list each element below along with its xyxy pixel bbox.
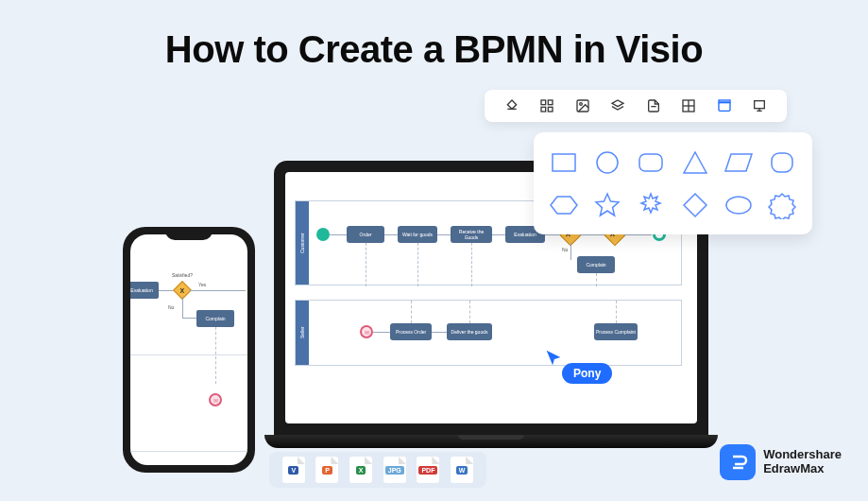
layout-icon[interactable] — [680, 97, 697, 114]
svg-rect-18 — [772, 153, 792, 172]
shape-star[interactable] — [592, 188, 622, 221]
swimlane-seller: Seller ✉ Process Order Deliver the goods… — [295, 300, 682, 366]
phone-gateway-decision: Satisfied? — [172, 272, 193, 278]
phone-gateway-yes: Yes — [198, 282, 206, 287]
collaborator-tag: Pony — [562, 363, 612, 384]
file-word: W — [451, 457, 473, 483]
presentation-icon[interactable] — [751, 97, 768, 114]
grid-icon[interactable] — [538, 97, 555, 114]
lane-label-customer: Customer — [296, 201, 309, 285]
shape-triangle[interactable] — [680, 146, 710, 179]
container-icon[interactable] — [716, 97, 733, 114]
svg-rect-11 — [719, 100, 730, 103]
brand-text: Wondershare EdrawMax — [763, 448, 842, 476]
bpmn-start-event — [316, 228, 330, 241]
image-icon[interactable] — [574, 97, 591, 114]
message-flow — [471, 243, 472, 286]
fill-icon[interactable] — [503, 97, 520, 114]
bpmn-task-process-order: Process Order — [390, 323, 432, 340]
page-title: How to Create a BPMN in Visio — [0, 28, 868, 71]
connector — [373, 332, 390, 333]
svg-rect-17 — [639, 154, 662, 171]
svg-rect-15 — [553, 154, 575, 171]
shape-toolbar — [485, 90, 787, 122]
phone-task-eval: Evaluation — [130, 282, 159, 299]
connector — [570, 243, 571, 260]
connector — [437, 234, 451, 235]
bpmn-task-process-complaint: Process Complaint — [594, 323, 638, 340]
svg-rect-10 — [719, 102, 730, 111]
shape-rounded-square[interactable] — [767, 146, 797, 179]
shape-hexagon[interactable] — [549, 188, 579, 221]
layers-icon[interactable] — [609, 97, 626, 114]
svg-rect-1 — [549, 100, 553, 105]
svg-rect-12 — [755, 101, 765, 109]
brand-line1: Wondershare — [763, 448, 842, 462]
bpmn-task-order: Order — [347, 226, 384, 243]
edrawmax-logo-icon — [720, 444, 756, 480]
shape-parallelogram[interactable] — [723, 146, 754, 179]
export-formats-row: V P X JPG PDF W — [269, 452, 486, 488]
connector — [182, 318, 196, 319]
phone-canvas: Evaluation Satisfied? X Yes No Complain … — [130, 234, 247, 465]
gateway-no-label: No — [562, 247, 568, 252]
svg-rect-0 — [541, 100, 546, 105]
shapes-palette — [534, 132, 812, 234]
shape-rectangle[interactable] — [549, 146, 579, 179]
brand-line2: EdrawMax — [763, 462, 842, 476]
svg-rect-2 — [541, 107, 546, 112]
svg-point-5 — [579, 103, 582, 106]
connector — [330, 234, 347, 235]
phone-lane-1: Evaluation Satisfied? X Yes No Complain — [130, 251, 247, 355]
phone-notch — [165, 227, 213, 240]
phone-message-event: ✉ — [209, 393, 222, 406]
bpmn-task-complain: Complain — [577, 256, 615, 273]
message-flow — [596, 273, 597, 286]
bpmn-task-deliver: Deliver the goods — [447, 323, 492, 340]
phone-gateway-no: No — [168, 304, 174, 310]
message-flow — [469, 301, 470, 323]
file-excel: X — [349, 457, 372, 483]
page-icon[interactable] — [645, 97, 662, 114]
file-pdf: PDF — [417, 457, 439, 483]
connector — [492, 234, 505, 235]
bpmn-task-receive: Receive the Goods — [451, 226, 492, 243]
lane-label-seller: Seller — [296, 301, 309, 365]
message-flow — [411, 301, 412, 323]
svg-point-16 — [597, 152, 618, 173]
phone-lane-2: ✉ — [130, 376, 247, 452]
laptop-base — [264, 435, 718, 448]
shape-seal[interactable] — [767, 188, 797, 221]
file-visio: V — [282, 457, 305, 483]
connector — [189, 290, 246, 291]
svg-rect-3 — [549, 107, 553, 112]
brand-logo-block: Wondershare EdrawMax — [720, 444, 842, 480]
bpmn-message-event: ✉ — [360, 325, 373, 338]
shape-rounded-rect[interactable] — [636, 146, 666, 179]
connector — [182, 297, 183, 318]
shape-ellipse[interactable] — [723, 188, 754, 221]
bpmn-task-wait: Wait for goods — [398, 226, 437, 243]
message-flow — [366, 243, 366, 286]
phone-task-complain: Complain — [196, 310, 234, 327]
connector — [623, 234, 652, 235]
shape-circle[interactable] — [592, 146, 622, 179]
message-flow — [417, 243, 418, 286]
message-flow — [215, 327, 216, 384]
shape-diamond[interactable] — [680, 188, 710, 221]
connector — [432, 332, 447, 333]
svg-point-19 — [726, 197, 751, 214]
collaborator-cursor — [543, 348, 564, 369]
shape-burst[interactable] — [636, 188, 666, 221]
phone-mockup: Evaluation Satisfied? X Yes No Complain … — [123, 227, 255, 473]
file-jpg: JPG — [383, 457, 406, 483]
message-flow — [616, 301, 617, 323]
connector — [384, 234, 398, 235]
laptop-hinge-notch — [458, 435, 524, 440]
file-ppt: P — [315, 457, 338, 483]
